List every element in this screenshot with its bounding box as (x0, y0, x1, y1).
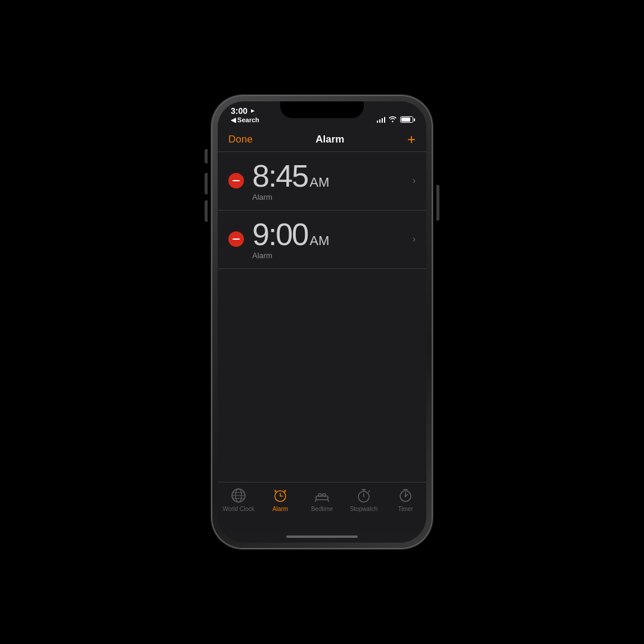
power-button[interactable] (436, 185, 439, 221)
timer-label: Timer (398, 506, 413, 512)
location-icon: ► (250, 107, 256, 114)
stopwatch-icon (355, 487, 372, 504)
tab-bedtime[interactable]: Bedtime (304, 487, 340, 512)
svg-rect-14 (323, 494, 326, 496)
alarm-list: 8:45 AM Alarm › 9:00 AM Alarm › (218, 152, 426, 317)
status-time-area: 3:00 ► ◀ Search (231, 106, 259, 124)
alarm-2-time: 9:00 AM (252, 219, 408, 250)
tab-world-clock[interactable]: World Clock (221, 487, 256, 512)
home-bar (286, 535, 358, 538)
delete-alarm-1-button[interactable] (228, 173, 244, 188)
notch (280, 101, 364, 118)
alarm-2-ampm: AM (309, 234, 329, 247)
alarm-1-time: 8:45 AM (252, 160, 408, 191)
delete-alarm-2-button[interactable] (228, 231, 244, 247)
svg-point-23 (405, 496, 407, 497)
signal-icon (377, 117, 386, 123)
alarm-tab-label: Alarm (273, 506, 288, 512)
nav-title: Alarm (315, 134, 344, 145)
add-alarm-button[interactable]: + (407, 132, 416, 147)
alarm-1-ampm: AM (309, 176, 329, 189)
alarm-2-info: 9:00 AM Alarm (252, 219, 408, 260)
svg-line-15 (315, 500, 316, 501)
svg-rect-13 (318, 494, 321, 496)
alarm-1-chevron-icon[interactable]: › (413, 175, 416, 186)
tab-bar: World Clock Alarm (218, 482, 426, 531)
bedtime-label: Bedtime (311, 506, 333, 512)
navigation-bar: Done Alarm + (218, 128, 426, 151)
back-search-text[interactable]: ◀ Search (231, 116, 259, 124)
alarm-tab-icon (272, 487, 289, 504)
timer-icon (397, 487, 414, 504)
home-indicator (218, 531, 426, 543)
phone-screen: 3:00 ► ◀ Search (218, 101, 426, 543)
alarm-1-info: 8:45 AM Alarm (252, 160, 408, 202)
silent-switch[interactable] (205, 149, 208, 163)
battery-icon (400, 116, 413, 123)
alarm-2-hour: 9:00 (252, 219, 308, 250)
volume-down-button[interactable] (205, 200, 208, 222)
world-clock-label: World Clock (222, 506, 255, 512)
tab-stopwatch[interactable]: Stopwatch (346, 487, 382, 512)
tab-alarm[interactable]: Alarm (262, 487, 298, 512)
phone-frame: 3:00 ► ◀ Search (212, 95, 432, 549)
world-clock-icon (230, 487, 247, 504)
alarm-1-hour: 8:45 (252, 160, 308, 191)
bedtime-icon (314, 487, 330, 504)
svg-line-16 (328, 500, 329, 501)
alarm-item-2: 9:00 AM Alarm › (218, 210, 426, 269)
wifi-icon (388, 115, 397, 124)
alarm-item-1: 8:45 AM Alarm › (218, 152, 426, 210)
alarm-2-chevron-icon[interactable]: › (413, 234, 416, 244)
status-icons (377, 115, 414, 124)
alarm-1-label: Alarm (252, 193, 408, 202)
status-time-text: 3:00 (231, 106, 247, 116)
done-button[interactable]: Done (228, 134, 253, 145)
svg-rect-12 (316, 496, 328, 500)
svg-line-21 (369, 491, 370, 492)
alarm-2-label: Alarm (252, 251, 408, 260)
stopwatch-label: Stopwatch (350, 506, 378, 512)
volume-up-button[interactable] (205, 173, 208, 194)
tab-timer[interactable]: Timer (388, 487, 423, 512)
empty-content-area (218, 317, 426, 482)
